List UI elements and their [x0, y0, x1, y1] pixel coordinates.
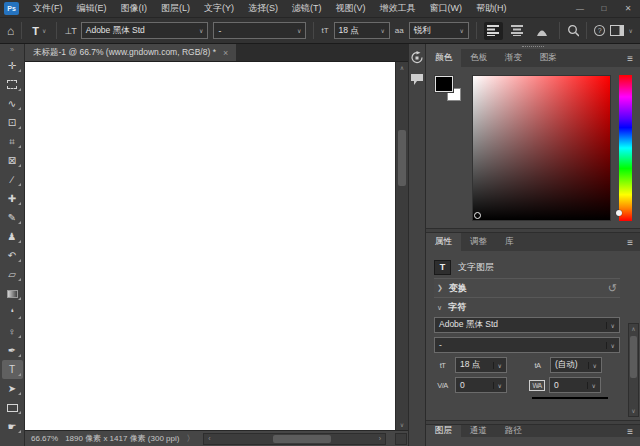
color-picker-marker[interactable]: [474, 212, 481, 219]
menu-file[interactable]: 文件(F): [26, 0, 70, 17]
minimize-button[interactable]: —: [568, 0, 592, 17]
history-brush-tool[interactable]: ↶: [2, 246, 23, 265]
tab-gradients[interactable]: 渐变: [496, 49, 531, 67]
pen-tool[interactable]: ✒: [2, 341, 23, 360]
anti-alias-select[interactable]: 锐利 ∨: [409, 22, 469, 39]
type-tool[interactable]: T: [2, 360, 23, 379]
panel-menu-icon[interactable]: ≡: [620, 237, 640, 248]
status-chevron-icon[interactable]: 〉: [186, 433, 194, 444]
menu-select[interactable]: 选择(S): [241, 0, 285, 17]
comment-panel-icon[interactable]: [410, 73, 424, 86]
font-style-select[interactable]: - ∨: [213, 22, 306, 39]
hue-slider[interactable]: [619, 75, 632, 221]
char-tracking-select[interactable]: 0 ∨: [549, 377, 601, 393]
object-selection-tool[interactable]: ⊡: [2, 113, 23, 132]
font-size-select[interactable]: 18 点 ∨: [334, 22, 390, 39]
chevron-down-icon[interactable]: ∨: [629, 27, 633, 34]
rectangle-tool[interactable]: [2, 398, 23, 417]
horizontal-scrollbar[interactable]: ‹ ›: [203, 433, 386, 445]
eraser-tool[interactable]: ▱: [2, 265, 23, 284]
tab-swatches[interactable]: 色板: [461, 49, 496, 67]
character-section-header[interactable]: ∨ 字符: [434, 298, 620, 317]
dodge-tool[interactable]: ♀: [2, 322, 23, 341]
workspace-icon[interactable]: [610, 25, 624, 36]
menu-edit[interactable]: 编辑(E): [70, 0, 114, 17]
canvas-page[interactable]: [25, 62, 395, 430]
scroll-left-icon[interactable]: ‹: [204, 435, 214, 442]
tab-channels[interactable]: 通道: [461, 425, 496, 437]
tab-adjustments[interactable]: 调整: [461, 233, 496, 251]
marquee-tool[interactable]: [2, 75, 23, 94]
move-tool[interactable]: ✛: [2, 56, 23, 75]
search-icon[interactable]: [567, 24, 580, 37]
char-font-style-select[interactable]: - ∨: [434, 337, 620, 353]
frame-tool[interactable]: ⊠: [2, 151, 23, 170]
close-icon[interactable]: ×: [223, 48, 228, 58]
vertical-scrollbar[interactable]: ∧ ∨: [395, 62, 408, 430]
scroll-down-icon[interactable]: ∨: [396, 421, 408, 428]
menu-type[interactable]: 文字(Y): [197, 0, 241, 17]
tab-paths[interactable]: 路径: [496, 425, 531, 437]
char-font-size-select[interactable]: 18 点 ∨: [455, 357, 507, 373]
type-tool-preset[interactable]: T ∨: [29, 23, 49, 39]
chevron-down-icon: ∨: [455, 27, 464, 34]
close-button[interactable]: ✕: [616, 0, 640, 17]
path-selection-tool[interactable]: ➤: [2, 379, 23, 398]
crop-tool[interactable]: ⌗: [2, 132, 23, 151]
warp-text-button[interactable]: [533, 22, 552, 40]
type-icon: T: [9, 364, 15, 375]
properties-scrollbar[interactable]: ∧ ∨: [628, 323, 639, 417]
eraser-icon: ▱: [8, 269, 16, 280]
clone-stamp-tool[interactable]: ♟: [2, 227, 23, 246]
char-font-family-select[interactable]: Adobe 黑体 Std ∨: [434, 317, 620, 333]
blur-tool[interactable]: ❛: [2, 303, 23, 322]
history-brush-icon: ↶: [8, 250, 16, 261]
text-orientation-icon[interactable]: ⊥T: [64, 26, 75, 36]
home-icon[interactable]: ⌂: [7, 25, 14, 37]
horizontal-scroll-thumb[interactable]: [273, 435, 331, 443]
scroll-up-icon[interactable]: ∧: [631, 324, 635, 334]
scroll-down-icon[interactable]: ∨: [631, 406, 635, 416]
help-icon[interactable]: ?: [594, 25, 605, 36]
align-left-button[interactable]: [484, 22, 503, 40]
document-tab[interactable]: 未标题-1 @ 66.7% (www.gndown.com, RGB/8) * …: [25, 44, 236, 61]
healing-brush-tool[interactable]: ✚: [2, 189, 23, 208]
history-panel-icon[interactable]: [410, 51, 424, 64]
menu-image[interactable]: 图像(I): [114, 0, 155, 17]
tab-color[interactable]: 颜色: [426, 49, 461, 67]
zoom-level[interactable]: 66.67%: [31, 434, 58, 443]
reset-icon[interactable]: ↺: [608, 282, 617, 295]
align-center-button[interactable]: [508, 22, 527, 40]
menu-window[interactable]: 窗口(W): [423, 0, 470, 17]
tab-layers[interactable]: 图层: [426, 425, 461, 437]
menu-help[interactable]: 帮助(H): [469, 0, 514, 17]
menu-plugins[interactable]: 增效工具: [373, 0, 423, 17]
tab-properties[interactable]: 属性: [426, 233, 461, 251]
properties-scroll-thumb[interactable]: [630, 336, 637, 378]
char-leading-select[interactable]: (自动) ∨: [550, 357, 602, 373]
brush-tool[interactable]: ✎: [2, 208, 23, 227]
vertical-scroll-thumb[interactable]: [398, 130, 406, 186]
menu-view[interactable]: 视图(V): [329, 0, 373, 17]
eyedropper-tool[interactable]: ∕: [2, 170, 23, 189]
toolbar-collapse-icon[interactable]: »: [10, 44, 14, 56]
tab-libraries[interactable]: 库: [496, 233, 523, 251]
char-kerning-select[interactable]: 0 ∨: [455, 377, 507, 393]
scroll-right-icon[interactable]: ›: [375, 435, 385, 442]
scroll-up-icon[interactable]: ∧: [396, 64, 408, 71]
gradient-tool[interactable]: [2, 284, 23, 303]
font-family-select[interactable]: Adobe 黑体 Std ∨: [81, 22, 209, 39]
menu-filter[interactable]: 滤镜(T): [285, 0, 329, 17]
transform-section[interactable]: ❯ 变换 ↺: [434, 278, 620, 298]
hue-slider-marker[interactable]: [616, 210, 622, 216]
panel-menu-icon[interactable]: ≡: [620, 53, 640, 64]
foreground-color-swatch[interactable]: [435, 76, 453, 92]
lasso-tool[interactable]: ∿: [2, 94, 23, 113]
menu-layer[interactable]: 图层(L): [154, 0, 197, 17]
hand-tool[interactable]: ☛: [2, 417, 23, 436]
maximize-button[interactable]: □: [592, 0, 616, 17]
panel-menu-icon[interactable]: ≡: [620, 426, 640, 437]
saturation-brightness-field[interactable]: [472, 75, 611, 221]
layers-panel-group: 图层 通道 路径 ≡: [426, 420, 640, 446]
tab-patterns[interactable]: 图案: [531, 49, 566, 67]
